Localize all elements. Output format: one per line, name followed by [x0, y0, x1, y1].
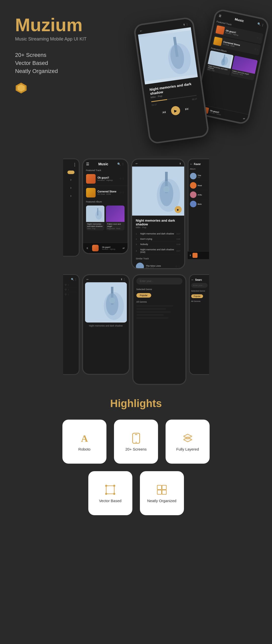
svg-point-17: [160, 181, 173, 206]
pd-back-icon: ←: [135, 162, 139, 166]
hero-back-icon: ←: [139, 29, 143, 33]
highlights-title: Highlights: [15, 397, 257, 410]
sc-player-artist: Kimlees · Hiphop: [102, 248, 121, 250]
svg-rect-26: [135, 434, 137, 435]
sc-album-2: Fallen soul and angel Ragnarok · Rock: [106, 206, 125, 230]
partial-left-content: ⋮ › › ›: [63, 158, 80, 257]
sc-menu-icon: ☰: [86, 162, 89, 166]
row3-search-more: 🔍 ⋮: [65, 277, 77, 283]
partial-fav-name-2: Real: [198, 184, 202, 187]
partial-right-content: ← Favor Album The Hip... Real: [188, 158, 209, 259]
highlight-icon-font: A: [78, 432, 91, 445]
pd-similar-name-1: The Nine Lives: [146, 265, 161, 267]
highlight-card-organized: Neatly Organized: [140, 471, 184, 515]
partial-fav-info-4: Belo: [198, 203, 202, 205]
pd-similar-info-1: The Nine Lives Pop · 3:17: [146, 265, 161, 269]
sc-album-name-2: Fallen soul and angel: [106, 222, 125, 228]
partial-chevron-1: ›: [64, 176, 78, 184]
sc-featured-track-label: Featured Track: [83, 168, 128, 173]
row3-partial-left-content: 🔍 ⋮ ♡ ⋮ ♡ ⋮ ♡ ⋮: [63, 274, 80, 375]
hero-play-button[interactable]: ▶: [171, 105, 181, 116]
pd-similar-artist-1: Pop · 3:17: [146, 267, 161, 269]
row3-popular-tag: Popular: [191, 294, 203, 298]
pd-track-row-4: 4 Night memories and dark shadow (inst) …: [136, 247, 180, 255]
svg-rect-31: [106, 486, 114, 494]
hero-album-grid: Night memories and dark shadow Milin · P…: [206, 50, 258, 80]
partial-chevron-3: ›: [64, 192, 78, 200]
partial-fav-sub-1: Hip...: [198, 177, 201, 178]
search-all-genres-label: All Genres: [136, 301, 182, 303]
partial-fav-thumb-1: [190, 173, 197, 179]
av-header: ← ⬆ ⋮: [83, 275, 129, 282]
hero-phones: ☰ Music 🔍 ⋮ Featured Track Ok guys!! Kim…: [119, 5, 264, 151]
av-caption: Night memories and dark shadow: [83, 323, 129, 329]
hero-track-thumb-1: [215, 25, 225, 35]
sc-player-name: Ok guys!!: [102, 246, 121, 248]
highlight-card-layers: Fully Layered: [166, 420, 210, 464]
row3-more-icon-2: ⋮: [67, 289, 69, 291]
pd-track-row-1: 1 Night memories and dark shadow 3:17: [136, 231, 180, 236]
search-genre-item-5: [136, 317, 169, 319]
sc-music-header: ☰ Music 🔍 ⋮: [83, 159, 128, 168]
partial-right-album-label: Album: [190, 168, 208, 170]
partial-fav-thumb-3: [190, 191, 197, 198]
sc-music-title: Music: [98, 162, 108, 166]
screen-album-view: ← ⬆ ⋮ Night memories and dark shadow: [82, 274, 130, 375]
svg-point-35: [113, 493, 115, 495]
partial-pause-icon: ⏸: [189, 254, 191, 257]
sc-track-thumb-2: [86, 188, 96, 197]
search-input-bar[interactable]: Enter your...: [136, 278, 182, 285]
partial-chevron-2: ›: [64, 184, 78, 192]
row3-partial-item-1: ♡ ⋮: [65, 283, 77, 288]
pd-track-row-2: 2 Don't crying 3:45: [136, 236, 180, 242]
hero-track-info-1: Ok guys!! Kimlees · Hiphop: [225, 29, 257, 40]
row3-partial-right: ← Searc Enter your... Selected Genre Pop…: [189, 274, 209, 375]
svg-rect-13: [97, 208, 98, 215]
sc-album-name-1: Night memories and dark shadow: [86, 222, 105, 228]
pd-album-art: ▶: [132, 167, 184, 216]
partial-fav-name-1: The: [198, 174, 201, 177]
pd-similar-heart-1: ♡ ⋮: [175, 265, 180, 268]
hero-search-icon: 🔍 ⋮: [257, 22, 264, 27]
partial-fav-info-2: Real: [198, 184, 202, 187]
sc-track-thumb-1: [86, 174, 96, 184]
partial-right-back: ←: [190, 162, 193, 166]
av-track-name: Night memories and dark shadow: [86, 325, 126, 327]
svg-rect-38: [157, 490, 162, 494]
partial-right-title: Favor: [194, 163, 201, 166]
search-genre-tag[interactable]: Popular: [136, 293, 151, 298]
pd-play-button[interactable]: ▶: [175, 206, 182, 213]
sc-heart-icon-2: ♡ ⋮: [120, 191, 125, 194]
sc-track-2: Cornered Stone DJ Goal · EDM ♡ ⋮: [83, 186, 128, 199]
pd-share-icon: ⬆: [179, 162, 181, 165]
svg-rect-36: [157, 485, 162, 490]
hero-section: Muzium Music Streaming Mobile App UI KIT…: [0, 0, 272, 156]
partial-fav-1: The Hip...: [190, 172, 208, 181]
pd-similar-label: Similar Track: [136, 257, 180, 260]
pd-similar-1: The Nine Lives Pop · 3:17 ♡ ⋮: [136, 261, 180, 269]
row3-partial-item-3: ♡ ⋮: [65, 292, 77, 297]
row3-back-icon: ←: [191, 278, 194, 281]
hero-forward-icon[interactable]: ⏭: [185, 106, 189, 111]
sc-album-1: Night memories and dark shadow Milin · P…: [86, 206, 105, 230]
search-selected-genre-label: Selected Genre: [136, 288, 182, 291]
svg-point-27: [136, 442, 137, 443]
hero-heart-icon-2: ♡ ⋮: [254, 48, 259, 51]
partial-fav-2: Real: [190, 181, 208, 190]
highlight-icon-layers: [181, 432, 194, 445]
search-genre-item-2: [136, 308, 166, 310]
row3-search-bar-partial: Enter your...: [191, 283, 208, 288]
sc-track-name-2: Cornered Stone: [98, 190, 118, 193]
highlight-label-organized: Neatly Organized: [147, 499, 176, 503]
screen-player-detail: ← ⬆ ▶ Night memories and dark shadow Mil…: [131, 158, 185, 269]
svg-point-12: [95, 210, 102, 220]
av-album-art: [85, 282, 127, 323]
pd-dur-3: 3:29: [176, 243, 180, 246]
row3-genre-label: Selected Genre: [191, 290, 208, 292]
pd-tname-2: Don't crying: [140, 238, 174, 240]
partial-fav-4: Belo: [190, 199, 208, 209]
hero-rewind-icon[interactable]: ⏮: [162, 110, 166, 115]
hero-heart-icon-1: ♡ ⋮: [257, 37, 261, 40]
sc-pause-icon: ⏸: [86, 247, 89, 250]
hero-track-info-2: Cornered Stone DJ Goal · EDM: [223, 41, 255, 51]
